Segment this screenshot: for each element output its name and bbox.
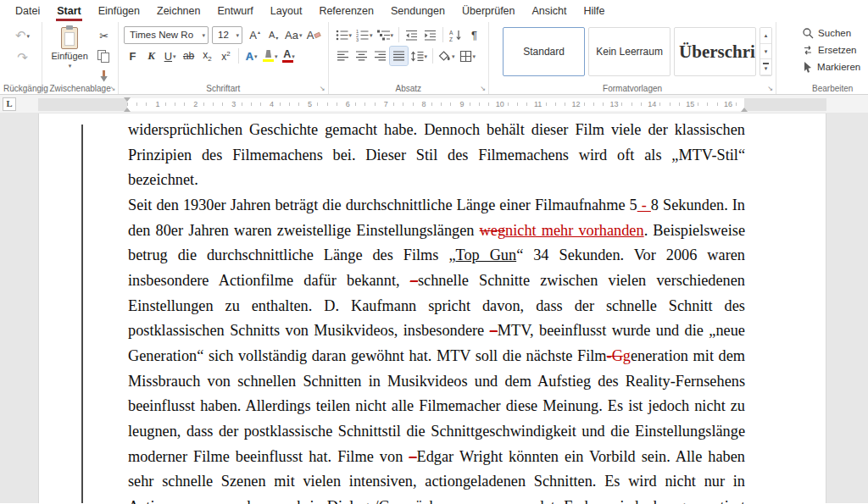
dialog-launcher-icon[interactable]: ↘ — [767, 86, 773, 92]
font-name-combo[interactable]: Times New Ro ▾ — [124, 26, 209, 44]
change-case-button[interactable]: Aa ▾ — [283, 25, 303, 44]
ruler-number-2: 2 — [192, 100, 199, 109]
group-label-undo: Rückgängig — [3, 84, 42, 93]
show-formatting-marks-button[interactable]: ¶ — [465, 25, 483, 44]
grow-font-button[interactable]: A▴ — [246, 25, 264, 44]
text-run: widersprüchlichen Geschichte gemacht hab… — [128, 121, 745, 188]
superscript-button[interactable]: x2 — [217, 47, 235, 65]
paste-label: Einfügen — [51, 51, 87, 61]
document-text[interactable]: widersprüchlichen Geschichte gemacht hab… — [128, 118, 745, 504]
style-card-kein-leerraum[interactable]: Kein Leerraum — [588, 27, 670, 76]
dialog-launcher-icon[interactable]: ↘ — [480, 86, 486, 92]
align-right-icon — [374, 50, 387, 62]
deleted-text: -G — [607, 347, 623, 364]
copy-button[interactable] — [95, 47, 113, 65]
multilevel-list-icon — [377, 29, 390, 42]
menu-tab-start[interactable]: Start — [48, 0, 89, 22]
line-spacing-button[interactable]: ▾ — [409, 47, 430, 65]
highlight-button[interactable]: ▾ — [261, 47, 280, 65]
shading-bucket-icon — [438, 50, 451, 63]
paste-button[interactable]: Einfügen ▾ — [47, 25, 92, 86]
align-left-icon — [337, 50, 349, 62]
styles-more-button[interactable]: ▾ — [760, 59, 771, 75]
replace-label: Ersetzen — [818, 45, 856, 55]
text-run: Seit den 1930er Jahren beträgt die durch… — [128, 197, 637, 213]
menu-tab-zeichnen[interactable]: Zeichnen — [148, 0, 209, 22]
decrease-indent-button[interactable] — [403, 25, 420, 44]
bullets-icon — [336, 29, 348, 42]
grow-font-icon: A — [249, 29, 257, 42]
menu-tab-referenzen[interactable]: Referenzen — [310, 0, 382, 22]
increase-indent-button[interactable] — [421, 25, 439, 44]
replace-button[interactable]: Ersetzen — [802, 42, 856, 58]
search-icon — [802, 27, 814, 39]
deleted-text: weg — [480, 222, 505, 239]
shrink-font-button[interactable]: A▾ — [264, 25, 282, 44]
text-effects-button[interactable]: A ▾ — [242, 47, 260, 65]
borders-button[interactable]: ▾ — [458, 47, 478, 65]
dialog-launcher-icon[interactable]: ↘ — [109, 86, 115, 92]
find-button[interactable]: Suchen — [802, 25, 851, 42]
multilevel-list-button[interactable]: ▾ — [376, 25, 396, 44]
style-card-standard[interactable]: Standard — [503, 27, 585, 76]
ribbon: ↶ ▾ ↷ Rückgängig Einfügen ▾ ✂ — [0, 22, 868, 95]
select-button[interactable]: Markieren — [802, 58, 860, 75]
align-center-button[interactable] — [353, 47, 370, 65]
menu-tab-einfügen[interactable]: Einfügen — [90, 0, 148, 22]
menu-tab-datei[interactable]: Datei — [7, 0, 48, 22]
dialog-launcher-icon[interactable]: ↘ — [320, 86, 326, 92]
strikethrough-button[interactable]: ab — [180, 47, 198, 65]
svg-text:Z: Z — [449, 36, 453, 42]
numbering-button[interactable]: 123 ▾ — [354, 25, 375, 44]
right-indent-marker[interactable] — [741, 108, 748, 112]
line-spacing-icon — [410, 50, 424, 63]
styles-scroll-down-button[interactable]: ▾ — [760, 44, 771, 60]
redo-icon: ↷ — [17, 50, 28, 65]
chevron-down-icon: ▾ — [299, 32, 303, 38]
paragraph[interactable]: widersprüchlichen Geschichte gemacht hab… — [128, 118, 745, 193]
arrow-down-icon: ▾ — [765, 65, 768, 71]
menu-tab-überprüfen[interactable]: Überprüfen — [453, 0, 524, 22]
font-color-button[interactable]: A ▾ — [281, 47, 298, 65]
menu-tab-ansicht[interactable]: Ansicht — [524, 0, 576, 22]
redo-button[interactable]: ↷ — [14, 48, 31, 67]
styles-scrollbar: ▴ ▾ ▾ — [760, 27, 772, 76]
bold-button[interactable]: F — [124, 47, 142, 65]
paragraph[interactable]: Seit den 1930er Jahren beträgt die durch… — [128, 193, 745, 504]
undo-button[interactable]: ↶ ▾ — [14, 26, 31, 45]
cut-button[interactable]: ✂ — [95, 26, 113, 45]
menu-tab-entwurf[interactable]: Entwurf — [209, 0, 261, 22]
styles-gallery: StandardKein LeerraumÜberschri — [503, 27, 756, 76]
italic-button[interactable]: K — [142, 47, 160, 65]
bullets-button[interactable]: ▾ — [334, 25, 354, 44]
ruler-number-11: 11 — [532, 100, 543, 109]
document-page[interactable]: widersprüchlichen Geschichte gemacht hab… — [38, 114, 826, 503]
align-right-button[interactable] — [371, 47, 389, 65]
styles-scroll-up-button[interactable]: ▴ — [760, 28, 771, 44]
arrow-up-icon: ▴ — [765, 32, 768, 38]
menu-tab-hilfe[interactable]: Hilfe — [576, 0, 614, 22]
menu-tab-sendungen[interactable]: Sendungen — [382, 0, 453, 22]
svg-text:A: A — [449, 30, 453, 36]
left-indent-marker[interactable] — [124, 108, 131, 112]
subscript-button[interactable]: x2 — [198, 47, 216, 65]
font-size-combo[interactable]: 12 ▾ — [212, 26, 242, 44]
align-center-icon — [355, 50, 368, 62]
menu-bar: DateiStartEinfügenZeichnenEntwurfLayoutR… — [0, 0, 868, 22]
sort-button[interactable]: AZ — [447, 25, 465, 44]
first-line-indent-marker[interactable] — [124, 97, 131, 102]
tab-stop-selector[interactable]: L — [3, 97, 16, 111]
format-painter-button[interactable] — [95, 67, 113, 86]
align-left-button[interactable] — [334, 47, 352, 65]
menu-tab-layout[interactable]: Layout — [262, 0, 311, 22]
group-label-paragraph: Absatz — [329, 84, 489, 93]
group-label-editing: Bearbeiten — [776, 84, 868, 93]
style-card--berschri[interactable]: Überschri — [674, 27, 756, 76]
justify-button[interactable] — [390, 47, 408, 65]
horizontal-ruler[interactable]: 12345678910111213141516 — [38, 98, 826, 111]
numbering-icon: 123 — [356, 29, 369, 42]
ruler-number-15: 15 — [684, 100, 696, 109]
clear-formatting-button[interactable]: A — [305, 25, 323, 44]
underline-button[interactable]: U ▾ — [161, 47, 179, 65]
shading-button[interactable]: ▾ — [437, 47, 457, 65]
